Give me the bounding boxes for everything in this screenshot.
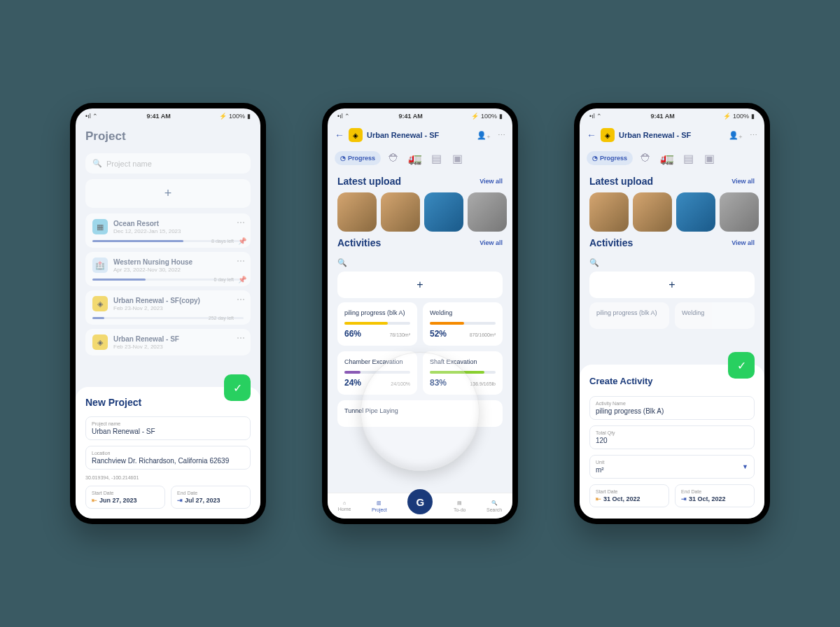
view-all-link[interactable]: View all xyxy=(732,178,755,185)
calendar-start-icon: ⇤ xyxy=(92,497,97,504)
upload-thumbnail[interactable] xyxy=(424,192,463,232)
project-logo: ◈ xyxy=(349,128,363,142)
view-all-link[interactable]: View all xyxy=(479,239,503,246)
activity-name-field[interactable]: Activity Name piling progress (Blk A) xyxy=(589,396,755,420)
add-activity-button[interactable]: + xyxy=(589,272,755,298)
add-user-icon[interactable]: 👤₊ xyxy=(729,131,743,140)
more-icon[interactable]: ⋯ xyxy=(237,218,245,227)
create-activity-sheet: ✓ Create Activity Activity Name piling p… xyxy=(580,365,764,519)
status-bar: •ıl ⌃ 9:41 AM ⚡ 100% ▮ xyxy=(76,108,260,124)
tab-truck-icon[interactable]: 🚛 xyxy=(659,150,675,166)
coordinates-text: 30.019394, -100.214601 xyxy=(85,475,251,480)
end-date-field[interactable]: End Date ⇥Jul 27, 2023 xyxy=(171,486,251,509)
more-icon[interactable]: ⋯ xyxy=(237,256,245,266)
confirm-button[interactable]: ✓ xyxy=(224,374,251,401)
view-all-link[interactable]: View all xyxy=(479,178,503,185)
phone-1: •ıl ⌃ 9:41 AM ⚡ 100% ▮ Project 🔍 Project… xyxy=(70,103,266,524)
chevron-down-icon: ▼ xyxy=(742,463,748,470)
add-activity-button[interactable]: + xyxy=(337,272,503,298)
gauge-icon: ◔ xyxy=(592,155,598,162)
upload-thumbnail[interactable] xyxy=(676,192,715,232)
project-icon: ▦ xyxy=(92,219,108,234)
bottom-nav: ⌂Home ▥Project G ▤To-do 🔍Search xyxy=(328,493,512,519)
tab-document-icon[interactable]: ▤ xyxy=(428,150,444,166)
total-qty-field[interactable]: Total Qty 120 xyxy=(589,425,755,449)
add-project-button[interactable]: + xyxy=(85,179,251,208)
project-icon: ◈ xyxy=(92,296,108,311)
project-card[interactable]: ◈ Urban Renewal - SF Feb 23-Nov 2, 2023 … xyxy=(85,329,251,355)
back-icon[interactable]: ← xyxy=(587,129,596,141)
pin-icon[interactable]: 📌 xyxy=(238,237,246,245)
upload-thumbnail[interactable] xyxy=(337,192,377,232)
project-card[interactable]: ◈ Urban Renewal - SF(copy) Feb 23-Nov 2,… xyxy=(85,290,251,325)
building-icon: ▥ xyxy=(377,500,382,506)
project-card[interactable]: ▦ Ocean Resort Dec 12, 2022-Jan 15, 2023… xyxy=(85,213,251,248)
activity-card[interactable]: Chamber Excavation 24%24/100% xyxy=(337,351,417,395)
more-icon[interactable]: ⋯ xyxy=(237,333,245,343)
tab-progress[interactable]: ◔Progress xyxy=(587,151,633,165)
gauge-icon: ◔ xyxy=(340,155,346,162)
activities-title: Activities xyxy=(589,237,633,248)
tab-image-icon[interactable]: ▣ xyxy=(701,150,717,166)
latest-upload-title: Latest upload xyxy=(337,176,401,187)
latest-upload-title: Latest upload xyxy=(589,176,653,187)
activity-card[interactable]: piling progress (blk A) 66%78/130m² xyxy=(337,302,417,346)
nav-search[interactable]: 🔍Search xyxy=(486,500,502,512)
phone-2: •ıl ⌃ 9:41 AM ⚡ 100% ▮ ← ◈ Urban Renewal… xyxy=(322,103,518,524)
more-icon[interactable]: ⋯ xyxy=(237,295,245,304)
upload-thumbnail[interactable] xyxy=(633,192,672,232)
home-icon: ⌂ xyxy=(343,500,346,505)
back-icon[interactable]: ← xyxy=(335,129,344,141)
more-icon[interactable]: ⋯ xyxy=(498,131,505,140)
project-name-field[interactable]: Project name Urban Renewal - SF xyxy=(85,416,251,440)
upload-thumbnail[interactable] xyxy=(381,192,420,232)
activity-card[interactable]: Tunnel Pipe Laying xyxy=(337,400,503,427)
nav-center-button[interactable]: G xyxy=(407,489,433,514)
tab-helmet-icon[interactable]: ⛑ xyxy=(638,150,654,166)
activity-card[interactable]: piling progress (blk A) xyxy=(589,302,669,329)
start-date-field[interactable]: Start Date ⇤31 Oct, 2022 xyxy=(589,484,669,507)
search-input[interactable]: 🔍 Project name xyxy=(85,153,251,174)
add-user-icon[interactable]: 👤₊ xyxy=(477,131,491,140)
location-field[interactable]: Location Ranchview Dr. Richardson, Calif… xyxy=(85,446,251,470)
activity-search[interactable]: 🔍 xyxy=(589,258,755,267)
nav-project[interactable]: ▥Project xyxy=(372,500,387,512)
status-bar: •ıl ⌃ 9:41 AM ⚡ 100% ▮ xyxy=(328,108,512,124)
activity-card[interactable]: Welding 52%870/1600m² xyxy=(423,302,503,346)
calendar-end-icon: ⇥ xyxy=(177,497,183,504)
clipboard-icon: ▤ xyxy=(457,500,462,506)
more-icon[interactable]: ⋯ xyxy=(750,131,757,140)
search-icon: 🔍 xyxy=(92,159,102,168)
activity-search[interactable]: 🔍 xyxy=(337,258,503,267)
activity-card[interactable]: Welding xyxy=(675,302,755,329)
tab-document-icon[interactable]: ▤ xyxy=(680,150,696,166)
tab-progress[interactable]: ◔Progress xyxy=(335,151,381,165)
search-icon: 🔍 xyxy=(491,500,498,506)
activities-title: Activities xyxy=(337,237,381,248)
nav-todo[interactable]: ▤To-do xyxy=(454,500,466,512)
upload-thumbnail[interactable] xyxy=(720,192,759,232)
tab-bar: ◔Progress ⛑ 🚛 ▤ ▣ xyxy=(328,146,512,170)
start-date-field[interactable]: Start Date ⇤Jun 27, 2023 xyxy=(85,486,165,509)
page-title: Project xyxy=(76,124,260,149)
tab-truck-icon[interactable]: 🚛 xyxy=(407,150,423,166)
tab-image-icon[interactable]: ▣ xyxy=(449,150,465,166)
upload-thumbnail[interactable] xyxy=(468,192,507,232)
project-card[interactable]: 🏥 Western Nursing House Apr 23, 2022-Nov… xyxy=(85,252,251,286)
project-logo: ◈ xyxy=(601,128,615,142)
activity-card[interactable]: Shaft Excavation 83%136.9/165lb xyxy=(423,351,503,395)
end-date-field[interactable]: End Date ⇥31 Oct, 2022 xyxy=(675,484,755,507)
project-icon: 🏥 xyxy=(92,258,108,273)
pin-icon[interactable]: 📌 xyxy=(238,276,246,283)
project-icon: ◈ xyxy=(92,334,108,350)
calendar-start-icon: ⇤ xyxy=(596,495,601,502)
view-all-link[interactable]: View all xyxy=(732,239,755,246)
status-bar: •ıl ⌃ 9:41 AM ⚡ 100% ▮ xyxy=(580,108,764,124)
nav-home[interactable]: ⌂Home xyxy=(338,500,351,512)
tab-helmet-icon[interactable]: ⛑ xyxy=(386,150,402,166)
unit-select[interactable]: Unit m² ▼ xyxy=(589,455,755,479)
confirm-button[interactable]: ✓ xyxy=(728,352,755,379)
new-project-sheet: ✓ New Project Project name Urban Renewal… xyxy=(76,387,260,519)
tab-bar: ◔Progress ⛑ 🚛 ▤ ▣ xyxy=(580,146,764,170)
upload-thumbnail[interactable] xyxy=(589,192,629,232)
